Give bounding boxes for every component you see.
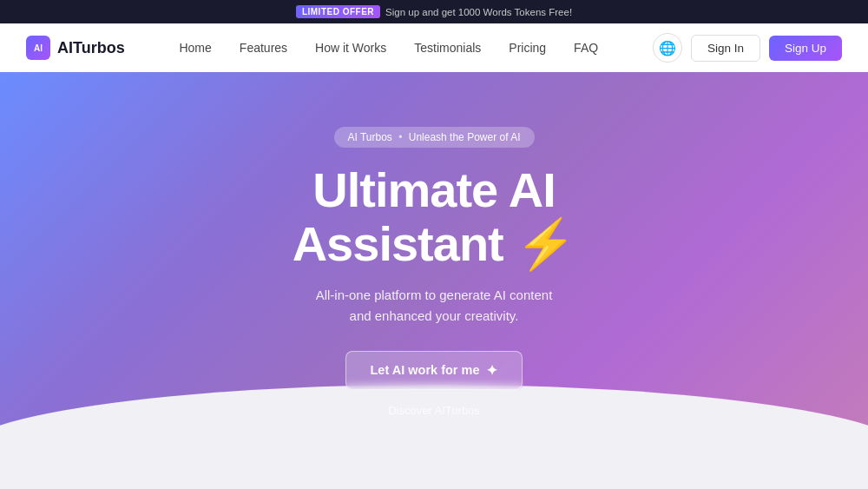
hero-subtitle: All-in-one platform to generate AI conte… xyxy=(316,285,553,327)
sign-in-button[interactable]: Sign In xyxy=(691,35,760,62)
hero-title-line1: Ultimate AI xyxy=(312,162,555,217)
cta-label: Let AI work for me xyxy=(371,363,480,377)
hero-content: AI Turbos • Unleash the Power of AI Ulti… xyxy=(293,127,576,416)
announcement-bar: LIMITED OFFER Sign up and get 1000 Words… xyxy=(0,0,868,23)
nav-item-features[interactable]: Features xyxy=(240,40,287,56)
hero-title-line2: Assistant xyxy=(293,216,503,271)
navbar: AI AITurbos Home Features How it Works T… xyxy=(0,23,868,72)
logo-text: AITurbos xyxy=(57,39,125,57)
hero-badge-tagline: Unleash the Power of AI xyxy=(409,131,521,143)
sign-up-button[interactable]: Sign Up xyxy=(769,36,842,61)
nav-item-faq[interactable]: FAQ xyxy=(574,40,598,56)
logo[interactable]: AI AITurbos xyxy=(26,36,125,60)
discover-link[interactable]: Discover AITurbos xyxy=(388,404,480,417)
badge-separator: • xyxy=(398,131,402,143)
hero-subtitle-line1: All-in-one platform to generate AI conte… xyxy=(316,287,553,302)
offer-text: Sign up and get 1000 Words Tokens Free! xyxy=(385,7,572,17)
nav-item-home[interactable]: Home xyxy=(179,40,211,56)
hero-badge-brand: AI Turbos xyxy=(348,131,392,143)
nav-item-how-it-works[interactable]: How it Works xyxy=(315,40,386,56)
nav-menu: Home Features How it Works Testimonials … xyxy=(179,40,598,56)
cta-button[interactable]: Let AI work for me ✦ xyxy=(345,351,523,390)
nav-item-pricing[interactable]: Pricing xyxy=(509,40,546,56)
logo-icon: AI xyxy=(26,36,50,60)
language-selector-button[interactable]: 🌐 xyxy=(653,33,682,63)
lightning-icon: ⚡ xyxy=(516,217,575,271)
cta-arrow-icon: ✦ xyxy=(486,362,497,379)
hero-subtitle-line2: and enhanced your creativity. xyxy=(350,308,519,323)
hero-title: Ultimate AI Assistant ⚡ xyxy=(293,163,576,270)
nav-item-testimonials[interactable]: Testimonials xyxy=(414,40,481,56)
hero-badge: AI Turbos • Unleash the Power of AI xyxy=(334,127,535,148)
navbar-actions: 🌐 Sign In Sign Up xyxy=(653,33,842,63)
hero-section: AI Turbos • Unleash the Power of AI Ulti… xyxy=(0,72,868,472)
offer-label: LIMITED OFFER xyxy=(296,5,380,18)
